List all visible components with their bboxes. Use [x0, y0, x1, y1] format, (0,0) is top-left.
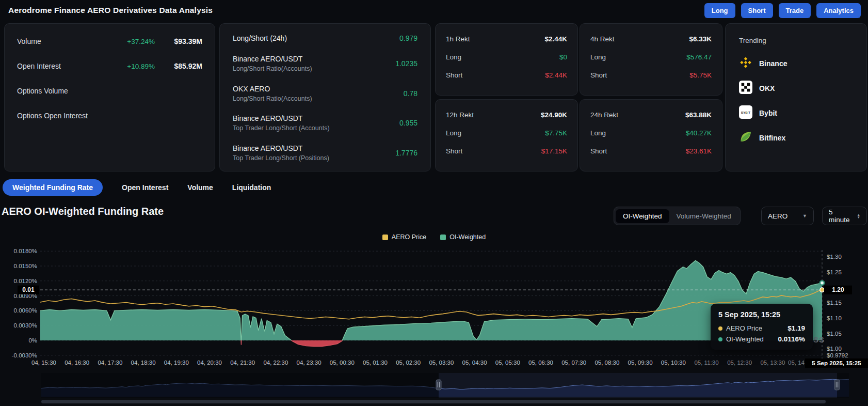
svg-text:05, 14: 05, 14: [788, 360, 805, 366]
svg-text:0.0030%: 0.0030%: [14, 322, 37, 329]
svg-text:04, 16:30: 04, 16:30: [65, 360, 89, 366]
svg-text:04, 15:30: 04, 15:30: [31, 360, 56, 366]
svg-text:05, 03:30: 05, 03:30: [429, 360, 454, 366]
svg-text:04, 17:30: 04, 17:30: [98, 360, 122, 366]
oi-weighted-dot-icon: [718, 337, 722, 341]
navigator-handle[interactable]: [436, 380, 441, 390]
svg-text:04, 18:30: 04, 18:30: [131, 360, 156, 366]
svg-text:04, 19:30: 04, 19:30: [164, 360, 189, 366]
svg-text:1.20: 1.20: [832, 286, 844, 293]
watermark: SS: [813, 335, 825, 344]
svg-text:5 Sep 2025, 15:25: 5 Sep 2025, 15:25: [812, 360, 861, 366]
svg-text:04, 20:30: 04, 20:30: [197, 360, 222, 366]
svg-text:05, 05:30: 05, 05:30: [495, 360, 520, 366]
chart-tooltip: 5 Sep 2025, 15:25 AERO Price $1.19 OI-We…: [711, 304, 813, 350]
svg-text:04, 21:30: 04, 21:30: [230, 360, 255, 366]
svg-text:04, 22:30: 04, 22:30: [263, 360, 288, 366]
svg-text:05, 00:30: 05, 00:30: [330, 360, 355, 366]
navigator-handle[interactable]: [834, 380, 840, 390]
svg-text:-0.0030%: -0.0030%: [12, 352, 37, 358]
svg-text:$1.15: $1.15: [827, 300, 842, 306]
svg-text:0.0180%: 0.0180%: [14, 248, 37, 254]
svg-text:0.0150%: 0.0150%: [14, 263, 37, 269]
svg-text:0.0120%: 0.0120%: [14, 278, 37, 284]
svg-text:05, 11:30: 05, 11:30: [694, 360, 718, 366]
tooltip-value: 0.0116%: [778, 335, 805, 343]
svg-text:05, 04:30: 05, 04:30: [462, 360, 487, 366]
svg-text:05, 13:30: 05, 13:30: [760, 360, 785, 366]
svg-text:04, 23:30: 04, 23:30: [297, 360, 322, 366]
svg-text:05, 10:30: 05, 10:30: [661, 360, 686, 366]
horizontal-scrollbar[interactable]: [41, 400, 826, 403]
derivatives-dashboard: Aerodrome Finance AERO Derivatives Data …: [0, 0, 868, 406]
svg-text:05, 01:30: 05, 01:30: [363, 360, 388, 366]
svg-text:05, 02:30: 05, 02:30: [396, 360, 421, 366]
aero-price-dot-icon: [718, 326, 722, 331]
tooltip-label: OI-Weighted: [726, 335, 764, 343]
svg-text:$0.9792: $0.9792: [827, 352, 848, 358]
svg-text:$1.00: $1.00: [827, 346, 842, 352]
tooltip-date: 5 Sep 2025, 15:25: [718, 310, 805, 319]
tooltip-label: AERO Price: [726, 324, 762, 332]
svg-text:05, 06:30: 05, 06:30: [528, 360, 553, 366]
svg-text:$1.30: $1.30: [827, 254, 842, 260]
svg-text:05, 08:30: 05, 08:30: [594, 360, 619, 366]
svg-text:$1.05: $1.05: [827, 331, 842, 337]
tooltip-row-aero-price: AERO Price $1.19: [718, 324, 805, 332]
tooltip-row-oi-weighted: OI-Weighted 0.0116%: [718, 335, 805, 343]
svg-text:0.01: 0.01: [22, 286, 35, 293]
tooltip-value: $1.19: [787, 324, 805, 332]
svg-text:05, 12:30: 05, 12:30: [727, 360, 752, 366]
svg-text:05, 07:30: 05, 07:30: [561, 360, 586, 366]
svg-text:$1.10: $1.10: [827, 315, 842, 321]
svg-text:05, 09:30: 05, 09:30: [628, 360, 653, 366]
svg-text:0.0060%: 0.0060%: [14, 307, 37, 314]
svg-text:0%: 0%: [28, 337, 37, 343]
svg-text:$1.25: $1.25: [827, 269, 842, 275]
